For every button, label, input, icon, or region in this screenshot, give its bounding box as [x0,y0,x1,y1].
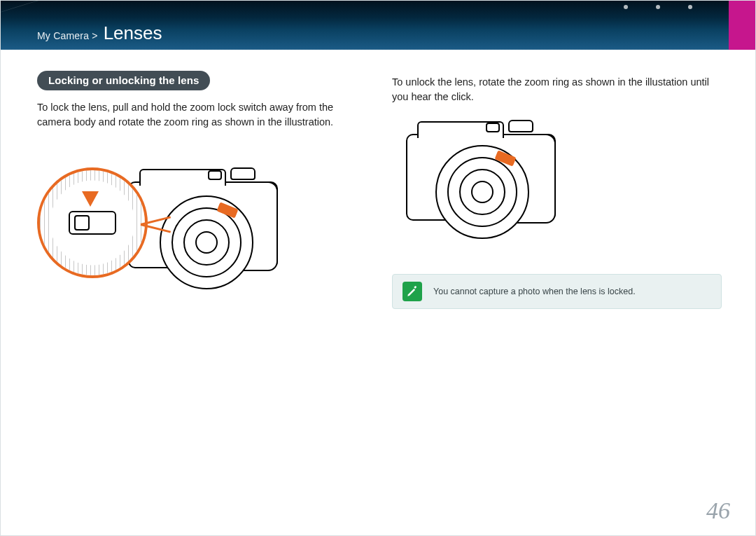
right-column: To unlock the lens, rotate the zoom ring… [392,71,722,309]
header-decorative-dots [624,5,692,9]
breadcrumb-path: My Camera > [37,30,98,41]
breadcrumb: My Camera > Lenses [37,22,162,44]
pen-icon [402,282,422,301]
content-area: Locking or unlocking the lens To lock th… [1,50,755,309]
down-arrow-icon [82,191,99,207]
left-paragraph: To lock the lens, pull and hold the zoom… [37,100,367,130]
callout-zoom-lock-switch [37,167,148,278]
illustration-lock [37,139,261,301]
breadcrumb-current: Lenses [104,22,162,44]
page-number: 46 [706,497,730,524]
zoom-lock-switch-outline [69,211,116,235]
header-magenta-accent [729,1,755,50]
note-text: You cannot capture a photo when the lens… [433,287,636,296]
left-column: Locking or unlocking the lens To lock th… [37,71,367,309]
right-paragraph: To unlock the lens, rotate the zoom ring… [392,75,722,104]
page-header: My Camera > Lenses [1,1,755,50]
note-box: You cannot capture a photo when the lens… [392,274,722,309]
callout-pointer [141,224,174,252]
section-heading-pill: Locking or unlocking the lens [37,71,210,90]
illustration-unlock [392,114,595,261]
